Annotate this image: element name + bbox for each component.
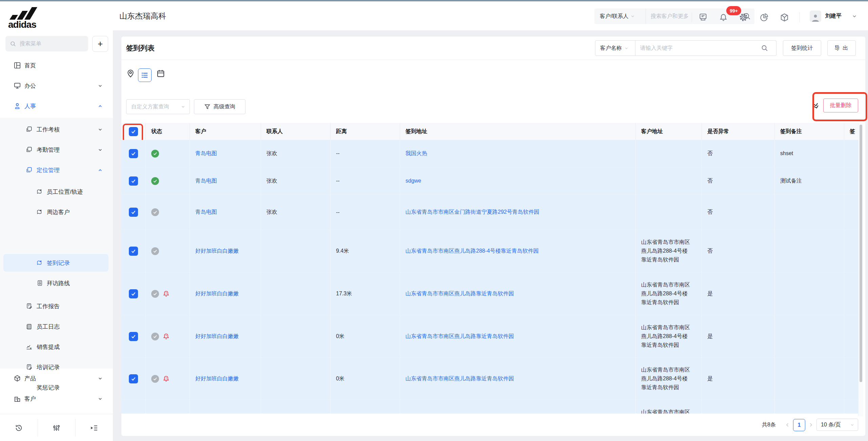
search-field-select[interactable]: 客户名称 bbox=[595, 40, 635, 56]
checkin-address-link[interactable]: 山东省青岛市市南区燕儿岛路288-4号楼靠近青岛软件园 bbox=[406, 248, 539, 255]
row-checkbox[interactable] bbox=[129, 289, 138, 298]
scheme-query-select[interactable]: 自定义方案查询 bbox=[126, 99, 190, 114]
checkin-address-link[interactable]: 山东省青岛市市南区燕儿岛路靠近青岛软件园 bbox=[406, 375, 514, 382]
customer-link[interactable]: 好好加班白白嫩嫩 bbox=[195, 248, 239, 255]
sidebar-item-employee-track[interactable]: 员工位置/轨迹 bbox=[0, 182, 113, 202]
sidebar-item-office[interactable]: 办公 bbox=[0, 76, 113, 96]
status-done-icon bbox=[151, 375, 159, 383]
customer-link[interactable]: 青岛电图 bbox=[195, 177, 217, 185]
chevron-down-icon bbox=[850, 423, 854, 427]
sidebar: + 首页 办公 人事 工作考核 考勤管理 定位管理 员工位置/ bbox=[0, 30, 113, 441]
status-done-icon bbox=[151, 333, 159, 340]
notebook-icon bbox=[26, 323, 33, 330]
prev-page-icon[interactable] bbox=[785, 414, 790, 436]
table-scrollbar[interactable] bbox=[858, 123, 863, 416]
chevron-down-icon bbox=[98, 83, 103, 88]
sidebar-item-employee-diary[interactable]: 员工日志 bbox=[0, 316, 113, 337]
checkin-address-link[interactable]: 我国火热 bbox=[406, 150, 427, 157]
search-icon bbox=[761, 44, 768, 52]
report-pie-icon[interactable] bbox=[759, 12, 769, 22]
sidebar-item-nearby-customers[interactable]: 周边客户 bbox=[0, 202, 113, 222]
header-divider-2 bbox=[800, 12, 800, 22]
avatar[interactable] bbox=[810, 10, 821, 22]
annotation-box-batch-delete bbox=[812, 92, 867, 121]
map-pin-icon bbox=[37, 209, 43, 215]
list-view-toggle[interactable] bbox=[138, 68, 152, 82]
page-size-select[interactable]: 10 条/页 bbox=[816, 419, 858, 431]
checkin-address-link[interactable]: 山东省青岛市市南区金门路街道宁夏路292号青岛软件园 bbox=[406, 209, 539, 216]
sidebar-item-hr[interactable]: 人事 bbox=[0, 96, 113, 116]
sidebar-item-sales-commission[interactable]: ¥ 销售提成 bbox=[0, 337, 113, 357]
page-title: 签到列表 bbox=[126, 37, 155, 60]
customer-link[interactable]: 好好加班白白嫩嫩 bbox=[195, 375, 239, 382]
checkin-address-link[interactable]: 山东省青岛市市南区燕儿岛路靠近青岛软件园 bbox=[406, 333, 514, 340]
chevron-up-icon bbox=[98, 168, 103, 173]
row-checkbox[interactable] bbox=[129, 149, 138, 158]
notification-bell-icon[interactable] bbox=[718, 12, 728, 22]
advanced-query-button[interactable]: 高级查询 bbox=[194, 99, 245, 114]
table-body: 青岛电图 张欢 -- 我国火热 否 shset 青岛电图 张欢 -- sdgwe… bbox=[121, 140, 858, 414]
history-clock-icon[interactable] bbox=[11, 420, 26, 435]
person-icon bbox=[14, 102, 21, 110]
sidebar-item-location[interactable]: 定位管理 bbox=[0, 160, 113, 180]
customer-link[interactable]: 好好加班白白嫩嫩 bbox=[195, 290, 239, 297]
checkin-address-link[interactable]: 山东省青岛市市南区燕儿岛路靠近青岛软件园 bbox=[406, 290, 514, 297]
customer-link[interactable]: 青岛电图 bbox=[195, 150, 217, 157]
map-view-icon[interactable] bbox=[126, 69, 135, 78]
map-pin-icon bbox=[37, 188, 43, 195]
document-gear-icon bbox=[37, 280, 43, 287]
table-row: 好好加班白白嫩嫩 9.4米 山东省青岛市市南区燕儿岛路288-4号楼靠近青岛软件… bbox=[121, 230, 858, 272]
sliders-icon[interactable] bbox=[49, 420, 64, 435]
search-category-select[interactable]: 客户/联系人 bbox=[594, 8, 646, 24]
app-cube-icon[interactable] bbox=[779, 12, 789, 22]
sidebar-item-attendance[interactable]: 考勤管理 bbox=[0, 140, 113, 160]
chevron-down-icon bbox=[98, 396, 103, 401]
customer-link[interactable]: 好好加班白白嫩嫩 bbox=[195, 333, 239, 340]
user-name[interactable]: 刘建平 bbox=[825, 1, 842, 30]
checkin-address-link[interactable]: sdgwe bbox=[406, 178, 421, 184]
collapse-sidebar-icon[interactable] bbox=[86, 420, 101, 435]
export-button[interactable]: 导 出 bbox=[827, 40, 856, 56]
sidebar-item-home[interactable]: 首页 bbox=[0, 56, 113, 75]
alert-bell-icon bbox=[162, 290, 170, 297]
workbench-icon[interactable] bbox=[698, 12, 708, 22]
status-success-icon bbox=[151, 150, 159, 158]
sidebar-item-customer[interactable]: 客户 bbox=[0, 389, 113, 408]
row-checkbox[interactable] bbox=[129, 247, 138, 256]
adidas-logo: adidas bbox=[7, 4, 51, 28]
package-box-icon bbox=[14, 375, 21, 382]
alert-bell-icon bbox=[162, 375, 170, 382]
sidebar-item-product[interactable]: 产品 bbox=[0, 369, 113, 388]
next-page-icon[interactable] bbox=[808, 414, 813, 436]
user-menu-chevron-icon[interactable] bbox=[852, 14, 857, 19]
table-row: 好好加班白白嫩嫩 17.3米 山东省青岛市市南区燕儿岛路靠近青岛软件园 山东省青… bbox=[121, 272, 858, 315]
table-header: 状态 客户 联系人 距离 签到地址 客户地址 是否异常 签到备注 签 bbox=[121, 123, 858, 140]
filter-funnel-icon bbox=[204, 104, 211, 110]
sidebar-item-visit-route[interactable]: 拜访路线 bbox=[0, 273, 113, 293]
page-number[interactable]: 1 bbox=[793, 419, 805, 431]
table-row: 青岛电图 张欢 -- 我国火热 否 shset bbox=[121, 140, 858, 167]
table-search-button[interactable] bbox=[753, 40, 776, 56]
document-pencil-icon bbox=[26, 303, 33, 310]
status-done-icon bbox=[151, 208, 159, 216]
sidebar-item-assess[interactable]: 工作考核 bbox=[0, 119, 113, 140]
customer-link[interactable]: 青岛电图 bbox=[195, 209, 217, 216]
stacked-docs-icon bbox=[26, 146, 33, 153]
app-header: adidas 山东杰瑞高科 客户/联系人 99+ bbox=[0, 1, 868, 31]
table-row: 青岛电图 张欢 -- 山东省青岛市市南区金门路街道宁夏路292号青岛软件园 否 bbox=[121, 195, 858, 230]
map-pin-icon bbox=[37, 259, 43, 266]
menu-search-input[interactable] bbox=[19, 40, 78, 47]
sidebar-item-work-report[interactable]: 工作报告 bbox=[0, 296, 113, 316]
table-row: 好好加班白白嫩嫩 0米 山东省青岛市市南区燕儿岛路靠近青岛软件园 山东省青岛市市… bbox=[121, 358, 858, 400]
calendar-view-icon[interactable] bbox=[156, 69, 165, 78]
row-checkbox[interactable] bbox=[129, 332, 138, 341]
keyword-input[interactable] bbox=[635, 40, 753, 56]
row-checkbox[interactable] bbox=[129, 374, 138, 383]
sidebar-item-checkin-records[interactable]: 签到记录 bbox=[0, 253, 113, 273]
add-menu-button[interactable]: + bbox=[92, 36, 108, 52]
status-done-icon bbox=[151, 247, 159, 255]
checkin-stats-button[interactable]: 签到统计 bbox=[783, 40, 821, 56]
row-checkbox[interactable] bbox=[129, 208, 138, 217]
row-checkbox[interactable] bbox=[129, 176, 138, 186]
scrollbar-thumb[interactable] bbox=[860, 125, 862, 382]
